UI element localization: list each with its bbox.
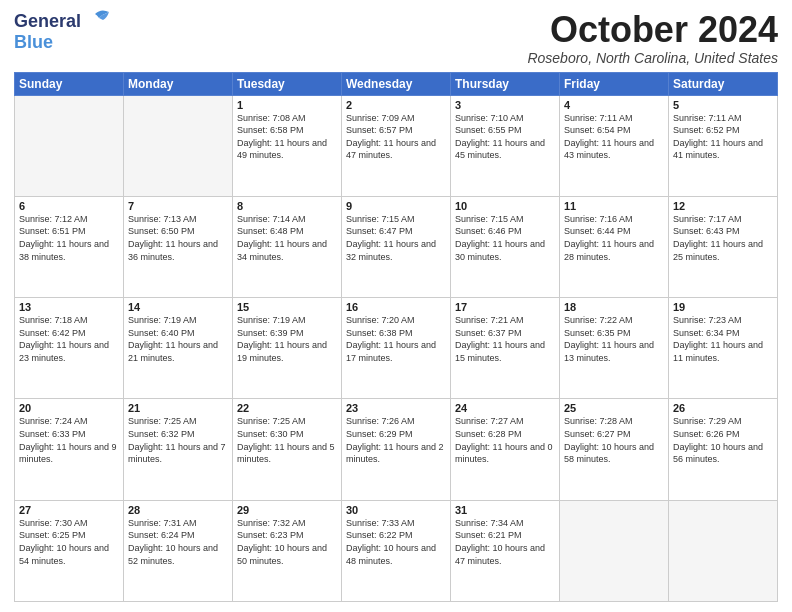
day-number: 26 bbox=[673, 402, 773, 414]
day-info: Sunrise: 7:20 AM Sunset: 6:38 PM Dayligh… bbox=[346, 314, 446, 364]
day-info: Sunrise: 7:11 AM Sunset: 6:52 PM Dayligh… bbox=[673, 112, 773, 162]
daylight: Daylight: 11 hours and 15 minutes. bbox=[455, 339, 555, 364]
day-info: Sunrise: 7:11 AM Sunset: 6:54 PM Dayligh… bbox=[564, 112, 664, 162]
day-number: 7 bbox=[128, 200, 228, 212]
calendar-cell: 16 Sunrise: 7:20 AM Sunset: 6:38 PM Dayl… bbox=[342, 298, 451, 399]
sunset: Sunset: 6:43 PM bbox=[673, 225, 773, 238]
sunset: Sunset: 6:40 PM bbox=[128, 327, 228, 340]
sunrise: Sunrise: 7:25 AM bbox=[237, 415, 337, 428]
calendar-cell: 4 Sunrise: 7:11 AM Sunset: 6:54 PM Dayli… bbox=[560, 95, 669, 196]
calendar-cell: 17 Sunrise: 7:21 AM Sunset: 6:37 PM Dayl… bbox=[451, 298, 560, 399]
calendar-cell: 1 Sunrise: 7:08 AM Sunset: 6:58 PM Dayli… bbox=[233, 95, 342, 196]
sunset: Sunset: 6:33 PM bbox=[19, 428, 119, 441]
day-number: 2 bbox=[346, 99, 446, 111]
day-info: Sunrise: 7:23 AM Sunset: 6:34 PM Dayligh… bbox=[673, 314, 773, 364]
sunset: Sunset: 6:47 PM bbox=[346, 225, 446, 238]
day-info: Sunrise: 7:19 AM Sunset: 6:40 PM Dayligh… bbox=[128, 314, 228, 364]
sunrise: Sunrise: 7:25 AM bbox=[128, 415, 228, 428]
daylight: Daylight: 11 hours and 34 minutes. bbox=[237, 238, 337, 263]
day-number: 11 bbox=[564, 200, 664, 212]
day-number: 27 bbox=[19, 504, 119, 516]
daylight: Daylight: 11 hours and 19 minutes. bbox=[237, 339, 337, 364]
daylight: Daylight: 11 hours and 45 minutes. bbox=[455, 137, 555, 162]
sunset: Sunset: 6:35 PM bbox=[564, 327, 664, 340]
daylight: Daylight: 11 hours and 36 minutes. bbox=[128, 238, 228, 263]
calendar-cell: 30 Sunrise: 7:33 AM Sunset: 6:22 PM Dayl… bbox=[342, 500, 451, 601]
daylight: Daylight: 10 hours and 58 minutes. bbox=[564, 441, 664, 466]
calendar-day-header: Thursday bbox=[451, 72, 560, 95]
calendar-cell: 3 Sunrise: 7:10 AM Sunset: 6:55 PM Dayli… bbox=[451, 95, 560, 196]
sunset: Sunset: 6:38 PM bbox=[346, 327, 446, 340]
day-info: Sunrise: 7:24 AM Sunset: 6:33 PM Dayligh… bbox=[19, 415, 119, 465]
calendar-cell: 26 Sunrise: 7:29 AM Sunset: 6:26 PM Dayl… bbox=[669, 399, 778, 500]
calendar-week-row: 27 Sunrise: 7:30 AM Sunset: 6:25 PM Dayl… bbox=[15, 500, 778, 601]
daylight: Daylight: 10 hours and 52 minutes. bbox=[128, 542, 228, 567]
daylight: Daylight: 11 hours and 13 minutes. bbox=[564, 339, 664, 364]
sunrise: Sunrise: 7:08 AM bbox=[237, 112, 337, 125]
day-info: Sunrise: 7:32 AM Sunset: 6:23 PM Dayligh… bbox=[237, 517, 337, 567]
sunrise: Sunrise: 7:11 AM bbox=[564, 112, 664, 125]
calendar-cell: 22 Sunrise: 7:25 AM Sunset: 6:30 PM Dayl… bbox=[233, 399, 342, 500]
calendar-day-header: Monday bbox=[124, 72, 233, 95]
day-number: 16 bbox=[346, 301, 446, 313]
calendar-cell: 11 Sunrise: 7:16 AM Sunset: 6:44 PM Dayl… bbox=[560, 196, 669, 297]
day-info: Sunrise: 7:10 AM Sunset: 6:55 PM Dayligh… bbox=[455, 112, 555, 162]
calendar-week-row: 13 Sunrise: 7:18 AM Sunset: 6:42 PM Dayl… bbox=[15, 298, 778, 399]
daylight: Daylight: 11 hours and 21 minutes. bbox=[128, 339, 228, 364]
calendar-day-header: Sunday bbox=[15, 72, 124, 95]
day-number: 4 bbox=[564, 99, 664, 111]
day-info: Sunrise: 7:09 AM Sunset: 6:57 PM Dayligh… bbox=[346, 112, 446, 162]
calendar-cell: 20 Sunrise: 7:24 AM Sunset: 6:33 PM Dayl… bbox=[15, 399, 124, 500]
calendar-table: SundayMondayTuesdayWednesdayThursdayFrid… bbox=[14, 72, 778, 602]
day-number: 5 bbox=[673, 99, 773, 111]
sunrise: Sunrise: 7:29 AM bbox=[673, 415, 773, 428]
month-title: October 2024 bbox=[527, 10, 778, 50]
sunset: Sunset: 6:37 PM bbox=[455, 327, 555, 340]
calendar-cell: 6 Sunrise: 7:12 AM Sunset: 6:51 PM Dayli… bbox=[15, 196, 124, 297]
sunrise: Sunrise: 7:30 AM bbox=[19, 517, 119, 530]
title-block: October 2024 Roseboro, North Carolina, U… bbox=[527, 10, 778, 66]
daylight: Daylight: 11 hours and 47 minutes. bbox=[346, 137, 446, 162]
sunrise: Sunrise: 7:20 AM bbox=[346, 314, 446, 327]
calendar-header-row: SundayMondayTuesdayWednesdayThursdayFrid… bbox=[15, 72, 778, 95]
sunrise: Sunrise: 7:33 AM bbox=[346, 517, 446, 530]
calendar-cell: 31 Sunrise: 7:34 AM Sunset: 6:21 PM Dayl… bbox=[451, 500, 560, 601]
logo: General Blue bbox=[14, 10, 113, 53]
location: Roseboro, North Carolina, United States bbox=[527, 50, 778, 66]
calendar-cell bbox=[560, 500, 669, 601]
daylight: Daylight: 10 hours and 50 minutes. bbox=[237, 542, 337, 567]
sunrise: Sunrise: 7:24 AM bbox=[19, 415, 119, 428]
header: General Blue October 2024 Roseboro, Nort… bbox=[14, 10, 778, 66]
day-info: Sunrise: 7:26 AM Sunset: 6:29 PM Dayligh… bbox=[346, 415, 446, 465]
day-number: 1 bbox=[237, 99, 337, 111]
day-number: 17 bbox=[455, 301, 555, 313]
sunset: Sunset: 6:55 PM bbox=[455, 124, 555, 137]
calendar-cell: 15 Sunrise: 7:19 AM Sunset: 6:39 PM Dayl… bbox=[233, 298, 342, 399]
calendar-cell: 21 Sunrise: 7:25 AM Sunset: 6:32 PM Dayl… bbox=[124, 399, 233, 500]
calendar-cell: 19 Sunrise: 7:23 AM Sunset: 6:34 PM Dayl… bbox=[669, 298, 778, 399]
sunrise: Sunrise: 7:31 AM bbox=[128, 517, 228, 530]
day-info: Sunrise: 7:21 AM Sunset: 6:37 PM Dayligh… bbox=[455, 314, 555, 364]
calendar-cell bbox=[15, 95, 124, 196]
sunrise: Sunrise: 7:14 AM bbox=[237, 213, 337, 226]
sunrise: Sunrise: 7:19 AM bbox=[237, 314, 337, 327]
sunrise: Sunrise: 7:11 AM bbox=[673, 112, 773, 125]
sunset: Sunset: 6:54 PM bbox=[564, 124, 664, 137]
sunrise: Sunrise: 7:10 AM bbox=[455, 112, 555, 125]
daylight: Daylight: 11 hours and 30 minutes. bbox=[455, 238, 555, 263]
day-info: Sunrise: 7:16 AM Sunset: 6:44 PM Dayligh… bbox=[564, 213, 664, 263]
sunrise: Sunrise: 7:09 AM bbox=[346, 112, 446, 125]
calendar-cell: 29 Sunrise: 7:32 AM Sunset: 6:23 PM Dayl… bbox=[233, 500, 342, 601]
calendar-week-row: 1 Sunrise: 7:08 AM Sunset: 6:58 PM Dayli… bbox=[15, 95, 778, 196]
calendar-cell bbox=[669, 500, 778, 601]
day-number: 13 bbox=[19, 301, 119, 313]
day-number: 6 bbox=[19, 200, 119, 212]
day-info: Sunrise: 7:30 AM Sunset: 6:25 PM Dayligh… bbox=[19, 517, 119, 567]
sunrise: Sunrise: 7:22 AM bbox=[564, 314, 664, 327]
sunset: Sunset: 6:48 PM bbox=[237, 225, 337, 238]
sunset: Sunset: 6:58 PM bbox=[237, 124, 337, 137]
sunrise: Sunrise: 7:12 AM bbox=[19, 213, 119, 226]
day-info: Sunrise: 7:34 AM Sunset: 6:21 PM Dayligh… bbox=[455, 517, 555, 567]
sunrise: Sunrise: 7:21 AM bbox=[455, 314, 555, 327]
calendar-cell: 24 Sunrise: 7:27 AM Sunset: 6:28 PM Dayl… bbox=[451, 399, 560, 500]
